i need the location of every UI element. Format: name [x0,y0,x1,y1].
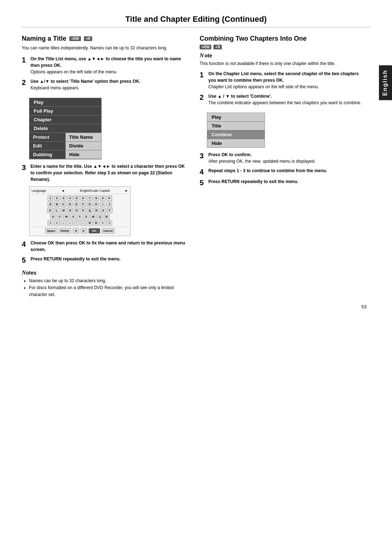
right-step-5: 5 Press RETURN repeatedly to exit the me… [200,178,367,186]
kbd-dash1: – [61,220,66,226]
kbd-cancel: Cancel [102,228,115,234]
kbd-d: D [67,202,73,207]
step-content-3: Enter a name for the title. Use ▲▼◄► to … [30,163,189,183]
kbd-row-3: K L M N O P Q R S T [32,208,128,213]
step-num-5: 5 [22,256,28,264]
kbd-5: 5 [74,195,79,201]
naming-title-label: Naming a Title [22,35,66,42]
menu-cell-edit: Edit [29,142,66,150]
menu-row-edit: Edit Divide [29,142,101,150]
keyboard-nav-right: ► [125,189,128,193]
main-content: Naming a Title +RW +R You can name title… [22,35,370,299]
step-5-bold: Press RETURN repeatedly to exit the menu… [30,256,121,262]
kbd-eth2: Ð [93,220,99,226]
left-menu-box: Play Full Play Chapter Delete Protect Ti… [29,98,102,159]
kbd-p: P [80,208,86,213]
step-num-1: 1 [22,56,28,75]
kbd-gt: > [48,220,53,226]
step-num-4: 4 [22,240,28,253]
kbd-eq: = [100,220,106,226]
right-step-num-2: 2 [200,93,206,106]
kbd-2: 2 [54,195,60,201]
step-content-5: Press RETURN repeatedly to exit the menu… [30,256,189,264]
kbd-q: Q [87,208,93,213]
kbd-t: T [107,208,113,213]
page-title: Title and Chapter Editing (Continued) [22,15,370,24]
right-step-content-3: Press OK to confirm. After pressing OK, … [208,151,367,165]
kbd-delete: Delete [59,228,71,234]
kbd-u: U [50,214,56,219]
kbd-i: I [100,202,106,207]
kbd-l: L [54,208,60,213]
right-step-1: 1 On the Chapter List menu, select the s… [200,70,367,90]
note-item-2: For discs formatted on a different DVD R… [29,284,189,298]
kbd-dash2: – [67,220,73,226]
right-column: Combining Two Chapters Into One +RW +R N… [200,35,367,299]
menu-cell-protect: Protect [29,133,66,142]
kbd-k: K [47,208,53,213]
right-step-2: 2 Use ▲ / ▼ to select 'Combine'. The com… [200,93,367,106]
kbd-4: 4 [67,195,73,201]
kbd-g: G [87,202,93,207]
kbd-left: ◄ [73,228,79,234]
step-2-bold: Use ▲/▼ to select 'Title Name' option th… [30,79,140,84]
step-2-normal: Keyboard menu appears. [30,85,79,90]
kbd-a: A [48,202,53,207]
kbd-0: 0 [106,195,112,201]
notes-list: Names can be up to 32 characters long. F… [29,278,189,299]
step-3-bold: Enter a name for the title. Use ▲▼◄► to … [30,164,185,182]
note-n-icon: N [200,52,204,59]
badge-r-left: +R [84,36,92,41]
menu-cell-titlename: Title Name [66,133,102,142]
note-text: This function is not available if there … [200,60,367,67]
right-step-5-bold: Press RETURN repeatedly to exit the menu… [208,179,298,184]
left-step-3: 3 Enter a name for the title. Use ▲▼◄► t… [22,163,189,183]
combine-menu-box: Play Title Combine Hide [207,113,265,148]
right-step-num-3: 3 [200,151,206,165]
keyboard-nav-left: ◄ [61,189,65,193]
kbd-f: F [80,202,86,207]
kbd-cc: Ç [97,214,103,219]
kbd-row-2: A B C D E F G H I J [32,202,128,207]
right-step-3-bold: Press OK to confirm. [208,152,252,157]
right-step-num-1: 1 [200,70,206,90]
kbd-bottom-row: Space Delete ◄ ► OK Cancel [32,227,128,234]
combining-heading: Combining Two Chapters Into One [200,35,367,42]
kbd-z: Z [83,214,89,219]
right-step-1-normal: Chapter List options appears on the left… [208,84,319,89]
right-step-num-5: 5 [200,178,206,186]
right-step-num-4: 4 [200,167,206,175]
keyboard-language-label: Language [32,189,46,193]
right-note-heading: N ote [200,52,367,59]
right-step-2-normal: The combine indicator appears between th… [208,100,362,105]
kbd-x: X [70,214,76,219]
combine-menu-combine: Combine [207,130,265,139]
left-step-1: 1 On the Title List menu, use ▲▼◄► to ch… [22,56,189,75]
right-step-1-bold: On the Chapter List menu, select the sec… [208,71,359,83]
step-num-3: 3 [22,163,28,183]
menu-item-chapter: Chapter [29,116,101,124]
kbd-b: B [54,202,60,207]
kbd-o2: Ø [87,220,93,226]
badge-r-right: +R [213,45,222,49]
english-tab: English [379,65,392,100]
right-step-content-2: Use ▲ / ▼ to select 'Combine'. The combi… [208,93,367,106]
kbd-8: 8 [93,195,99,201]
right-step-content-1: On the Chapter List menu, select the sec… [208,70,367,90]
step-1-normal: Options appears on the left side of the … [30,69,117,74]
section-divider [22,27,370,28]
kbd-apos: ' [74,220,79,226]
right-step-3-normal: After pressing OK, the new, updated menu… [208,159,316,164]
kbd-eth: Ð [104,214,110,219]
left-step-2: 2 Use ▲/▼ to select 'Title Name' option … [22,78,189,91]
kbd-row-4: U V W X Y Z Æ Ç Ð [32,214,128,219]
kbd-n: N [67,208,73,213]
step-content-1: On the Title List menu, use ▲▼◄► to choo… [30,56,189,75]
note-item-1: Names can be up to 32 characters long. [29,278,189,284]
menu-row-protect: Protect Title Name [29,133,101,142]
naming-title-heading: Naming a Title +RW +R [22,35,189,42]
kbd-right: ► [81,228,87,234]
keyboard-title-row: Language ◄ English/Latin Capital ► [32,189,128,194]
kbd-space: Space [45,228,57,234]
kbd-c: C [61,202,66,207]
